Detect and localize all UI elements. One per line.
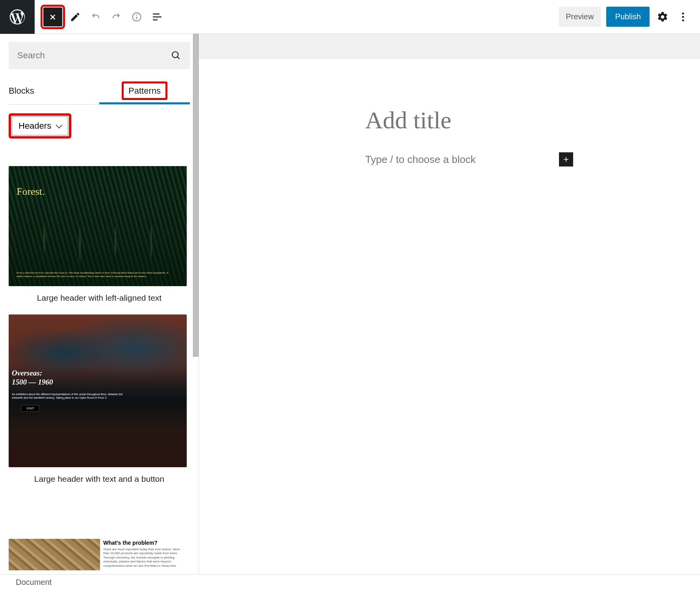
tab-patterns-label: Patterns <box>122 81 167 100</box>
close-icon <box>48 13 57 21</box>
wordpress-icon <box>8 8 26 26</box>
plus-icon <box>562 155 570 163</box>
outline-button[interactable] <box>150 9 165 24</box>
chevron-down-icon <box>57 121 61 131</box>
svg-point-6 <box>172 52 178 57</box>
pattern-item-forest[interactable]: Forest. Even a child knows how valuable … <box>9 166 190 303</box>
wordpress-logo[interactable] <box>0 0 35 34</box>
list-view-icon <box>151 11 163 23</box>
more-vertical-icon <box>677 11 689 23</box>
pattern-thumb-title: Forest. <box>17 186 45 198</box>
svg-point-5 <box>682 19 684 21</box>
details-button[interactable] <box>129 9 144 24</box>
pencil-icon <box>70 11 81 22</box>
undo-icon <box>90 11 101 22</box>
preview-button[interactable]: Preview <box>559 7 601 27</box>
pattern-thumb-title: Overseas: 1500 — 1960 <box>12 369 53 387</box>
pattern-thumb: Overseas: 1500 — 1960 An exhibition abou… <box>9 314 187 467</box>
inserter-scrollbar[interactable] <box>193 34 199 357</box>
search-input[interactable] <box>17 50 171 61</box>
svg-point-4 <box>682 16 684 18</box>
pattern-item-overseas[interactable]: Overseas: 1500 — 1960 An exhibition abou… <box>9 314 190 484</box>
toolbar-right-group: Preview Publish <box>559 7 700 27</box>
default-block-appender[interactable]: Type / to choose a block <box>365 152 573 166</box>
info-icon <box>131 11 142 22</box>
pattern-thumb-title: What's the problem? <box>103 540 184 546</box>
pattern-thumb-tinytext: Trees are more important today than ever… <box>103 547 184 568</box>
svg-rect-2 <box>136 16 137 19</box>
editor-footer: Document <box>0 574 700 590</box>
svg-point-1 <box>136 14 137 15</box>
editor-top-toolbar: Preview Publish <box>0 0 700 34</box>
svg-point-3 <box>682 12 684 14</box>
redo-button[interactable] <box>109 9 124 24</box>
pattern-caption: Large header with text and a button <box>9 474 190 484</box>
block-inserter-panel: Blocks Patterns Headers Forest. Even a c… <box>0 34 199 574</box>
search-icon <box>171 50 181 61</box>
inserter-tabs: Blocks Patterns <box>9 80 190 105</box>
breadcrumb[interactable]: Document <box>16 578 52 587</box>
tab-patterns[interactable]: Patterns <box>99 80 190 104</box>
toolbar-left-group <box>35 7 165 26</box>
pattern-thumb-tinytext: An exhibition about the different repres… <box>12 392 124 399</box>
pattern-item-problem[interactable]: What's the problem? Trees are more impor… <box>9 539 190 570</box>
pattern-category-select[interactable]: Headers <box>12 117 68 135</box>
tab-blocks[interactable]: Blocks <box>9 80 99 104</box>
add-block-button[interactable] <box>559 152 573 166</box>
settings-button[interactable] <box>655 9 670 24</box>
tools-edit-button[interactable] <box>68 9 83 24</box>
editor-page[interactable]: Add title Type / to choose a block <box>215 59 695 531</box>
redo-icon <box>111 11 122 22</box>
pattern-category-value: Headers <box>19 121 51 131</box>
pattern-thumb: What's the problem? Trees are more impor… <box>9 539 187 570</box>
inserter-search[interactable] <box>9 42 190 69</box>
post-title-input[interactable]: Add title <box>365 106 573 134</box>
pattern-thumb-button: VISIT <box>21 405 39 412</box>
undo-button[interactable] <box>88 9 103 24</box>
block-placeholder-text: Type / to choose a block <box>365 154 475 166</box>
editor-canvas-area: Add title Type / to choose a block <box>199 34 700 574</box>
toggle-block-inserter-button[interactable] <box>43 7 62 26</box>
more-options-button[interactable] <box>676 9 691 24</box>
pattern-thumb: Forest. Even a child knows how valuable … <box>9 166 187 286</box>
pattern-thumb-image <box>9 539 100 570</box>
gear-icon <box>657 11 668 23</box>
pattern-caption: Large header with left-aligned text <box>9 293 190 303</box>
pattern-thumb-tinytext: Even a child knows how valuable the fore… <box>17 271 171 278</box>
pattern-category-highlight: Headers <box>9 113 71 139</box>
svg-line-7 <box>177 57 179 59</box>
patterns-list: Forest. Even a child knows how valuable … <box>9 166 190 570</box>
publish-button[interactable]: Publish <box>606 7 650 27</box>
